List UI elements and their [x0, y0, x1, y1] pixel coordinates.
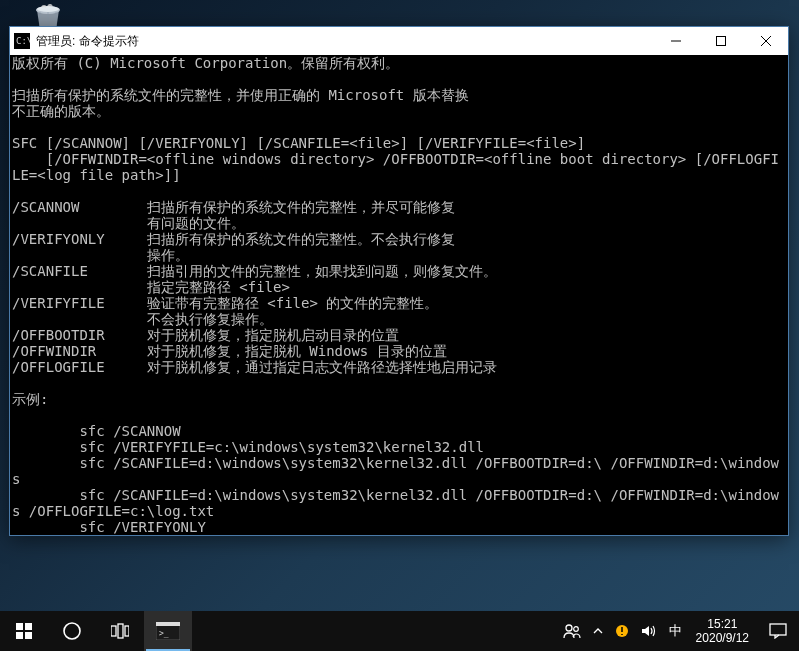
svg-rect-10	[16, 632, 23, 639]
ime-indicator[interactable]: 中	[663, 611, 688, 651]
window-controls	[653, 27, 788, 55]
security-shield-icon	[615, 624, 629, 638]
close-button[interactable]	[743, 27, 788, 55]
task-view-button[interactable]	[96, 611, 144, 651]
taskbar-left: >_	[0, 611, 192, 651]
command-prompt-window: C:\ 管理员: 命令提示符 版权所有 (C) Microsoft Corpor…	[9, 26, 789, 536]
clock-date: 2020/9/12	[696, 631, 749, 645]
maximize-button[interactable]	[698, 27, 743, 55]
window-titlebar[interactable]: C:\ 管理员: 命令提示符	[10, 27, 788, 55]
svg-point-19	[566, 625, 572, 631]
console-output[interactable]: 版权所有 (C) Microsoft Corporation。保留所有权利。 扫…	[10, 55, 788, 535]
tray-chevron-up[interactable]	[587, 611, 609, 651]
clock-time: 15:21	[707, 617, 737, 631]
taskbar-right: 中 15:21 2020/9/12	[557, 611, 799, 651]
svg-text:C:\: C:\	[16, 36, 30, 46]
svg-rect-5	[716, 37, 725, 46]
notification-icon	[769, 623, 787, 639]
svg-rect-15	[125, 626, 129, 636]
svg-rect-22	[770, 624, 786, 635]
svg-text:>_: >_	[159, 629, 169, 638]
maximize-icon	[716, 36, 726, 46]
cmd-window-icon: C:\	[14, 33, 30, 49]
svg-point-20	[573, 627, 578, 632]
svg-rect-11	[25, 632, 32, 639]
chevron-up-icon	[593, 626, 603, 636]
minimize-icon	[671, 36, 681, 46]
svg-rect-17	[156, 622, 180, 626]
windows-logo-icon	[16, 623, 32, 639]
minimize-button[interactable]	[653, 27, 698, 55]
cortana-circle-icon	[62, 621, 82, 641]
window-title: 管理员: 命令提示符	[36, 33, 139, 50]
people-icon	[563, 622, 581, 640]
cmd-taskbar-icon: >_	[156, 622, 180, 640]
tray-security-icon[interactable]	[609, 611, 635, 651]
titlebar-left: C:\ 管理员: 命令提示符	[14, 33, 139, 50]
cortana-search-button[interactable]	[48, 611, 96, 651]
taskbar: >_ 中 1	[0, 611, 799, 651]
start-button[interactable]	[0, 611, 48, 651]
svg-point-12	[64, 623, 80, 639]
svg-rect-9	[25, 623, 32, 630]
tray-volume-icon[interactable]	[635, 611, 663, 651]
people-button[interactable]	[557, 611, 587, 651]
svg-point-1	[37, 6, 59, 12]
taskbar-app-cmd[interactable]: >_	[144, 611, 192, 651]
action-center-button[interactable]	[757, 611, 799, 651]
volume-icon	[641, 624, 657, 638]
task-view-icon	[111, 623, 129, 639]
svg-rect-13	[111, 626, 116, 636]
svg-rect-14	[118, 624, 123, 638]
close-icon	[761, 36, 771, 46]
taskbar-clock[interactable]: 15:21 2020/9/12	[688, 611, 757, 651]
svg-rect-8	[16, 623, 23, 630]
